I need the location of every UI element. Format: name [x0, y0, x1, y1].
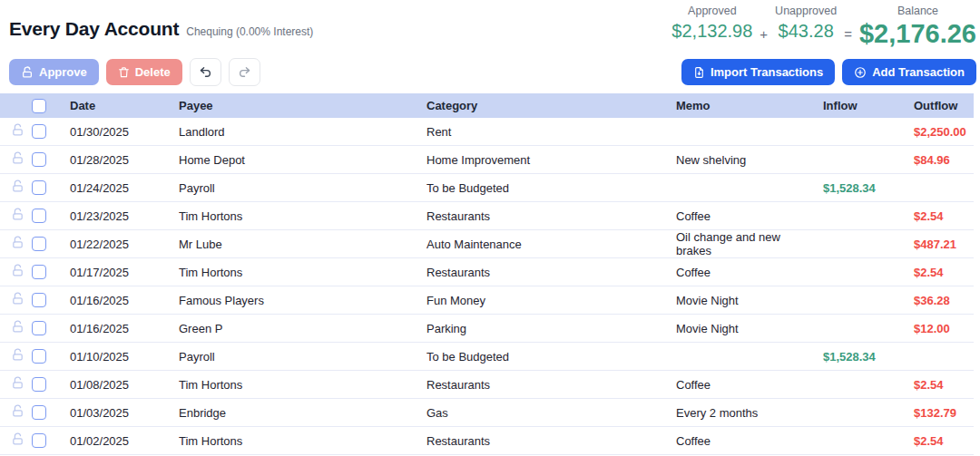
- cell-inflow[interactable]: $1,528.34: [812, 350, 914, 364]
- transaction-row[interactable]: 01/03/2025 Enbridge Gas Every 2 months $…: [0, 399, 974, 427]
- cell-payee[interactable]: Home Depot: [179, 153, 426, 167]
- row-checkbox[interactable]: [32, 433, 46, 448]
- transaction-row[interactable]: 01/08/2025 Tim Hortons Restaurants Coffe…: [0, 371, 974, 399]
- unlock-icon[interactable]: [11, 123, 24, 140]
- transaction-row[interactable]: 01/23/2025 Tim Hortons Restaurants Coffe…: [0, 202, 974, 230]
- cell-payee[interactable]: Tim Hortons: [179, 378, 426, 392]
- cell-payee[interactable]: Payroll: [179, 181, 426, 195]
- add-transaction-button[interactable]: Add Transaction: [842, 59, 976, 85]
- cell-category[interactable]: Restaurants: [426, 434, 676, 448]
- cell-date[interactable]: 01/30/2025: [70, 125, 179, 139]
- cell-date[interactable]: 01/28/2025: [70, 153, 179, 167]
- cell-payee[interactable]: Tim Hortons: [179, 266, 426, 279]
- transaction-row[interactable]: 01/28/2025 Home Depot Home Improvement N…: [0, 146, 974, 174]
- row-checkbox[interactable]: [32, 237, 46, 251]
- transaction-row[interactable]: 01/22/2025 Mr Lube Auto Maintenance Oil …: [0, 230, 974, 258]
- row-checkbox[interactable]: [32, 209, 46, 223]
- cell-memo[interactable]: Movie Night: [676, 294, 812, 307]
- unlock-icon[interactable]: [11, 404, 24, 421]
- cell-date[interactable]: 01/22/2025: [70, 238, 179, 251]
- cell-date[interactable]: 01/03/2025: [70, 406, 179, 420]
- import-transactions-button[interactable]: Import Transactions: [681, 59, 835, 85]
- cell-payee[interactable]: Mr Lube: [179, 238, 426, 251]
- cell-outflow[interactable]: $2.54: [914, 434, 974, 448]
- cell-date[interactable]: 01/17/2025: [70, 266, 179, 279]
- cell-outflow[interactable]: $2.54: [914, 378, 974, 392]
- cell-memo[interactable]: Coffee: [676, 434, 812, 448]
- row-checkbox[interactable]: [32, 293, 46, 307]
- cell-memo[interactable]: Movie Night: [676, 322, 812, 335]
- cell-date[interactable]: 01/23/2025: [70, 209, 179, 223]
- cell-category[interactable]: Home Improvement: [426, 153, 676, 167]
- cell-category[interactable]: Gas: [426, 406, 676, 420]
- cell-outflow[interactable]: $84.96: [914, 153, 974, 167]
- cell-outflow[interactable]: $2.54: [914, 266, 974, 279]
- cell-category[interactable]: To be Budgeted: [426, 350, 676, 364]
- row-checkbox[interactable]: [32, 377, 46, 392]
- cell-date[interactable]: 01/16/2025: [70, 294, 179, 307]
- unlock-icon[interactable]: [11, 264, 24, 280]
- unlock-icon[interactable]: [11, 432, 24, 449]
- redo-button[interactable]: [229, 58, 260, 86]
- unlock-icon[interactable]: [11, 292, 24, 308]
- row-checkbox[interactable]: [32, 321, 46, 335]
- transaction-row[interactable]: 01/24/2025 Payroll To be Budgeted $1,528…: [0, 174, 974, 202]
- unlock-icon[interactable]: [11, 179, 24, 196]
- cell-memo[interactable]: Coffee: [676, 266, 812, 279]
- cell-memo[interactable]: Coffee: [676, 378, 812, 392]
- cell-outflow[interactable]: $132.79: [914, 406, 974, 420]
- cell-date[interactable]: 01/24/2025: [70, 181, 179, 195]
- cell-payee[interactable]: Famous Players: [179, 294, 426, 307]
- cell-category[interactable]: Auto Maintenance: [426, 238, 676, 251]
- cell-date[interactable]: 01/02/2025: [70, 434, 179, 448]
- row-checkbox[interactable]: [32, 180, 46, 195]
- row-checkbox[interactable]: [32, 152, 46, 167]
- cell-payee[interactable]: Green P: [179, 322, 426, 335]
- unlock-icon[interactable]: [11, 348, 24, 364]
- cell-payee[interactable]: Tim Hortons: [179, 434, 426, 448]
- approve-button[interactable]: Approve: [9, 59, 99, 85]
- unlock-icon[interactable]: [11, 236, 24, 252]
- cell-payee[interactable]: Tim Hortons: [179, 209, 426, 223]
- unlock-icon[interactable]: [11, 320, 24, 336]
- unlock-icon[interactable]: [11, 376, 24, 393]
- row-checkbox[interactable]: [32, 349, 46, 364]
- cell-memo[interactable]: Every 2 months: [676, 406, 812, 420]
- row-checkbox[interactable]: [32, 265, 46, 279]
- cell-date[interactable]: 01/08/2025: [70, 378, 179, 392]
- transaction-row[interactable]: 01/16/2025 Green P Parking Movie Night $…: [0, 315, 974, 343]
- undo-button[interactable]: [190, 58, 221, 86]
- transaction-row[interactable]: 01/10/2025 Payroll To be Budgeted $1,528…: [0, 343, 974, 371]
- cell-memo[interactable]: Coffee: [676, 209, 812, 223]
- cell-payee[interactable]: Landlord: [179, 125, 426, 139]
- row-checkbox[interactable]: [32, 124, 46, 139]
- cell-date[interactable]: 01/10/2025: [70, 350, 179, 364]
- transaction-row[interactable]: 01/02/2025 Tim Hortons Restaurants Coffe…: [0, 427, 974, 455]
- transaction-row[interactable]: 01/30/2025 Landlord Rent $2,250.00: [0, 118, 974, 146]
- cell-payee[interactable]: Payroll: [179, 350, 426, 364]
- cell-date[interactable]: 01/16/2025: [70, 322, 179, 335]
- cell-inflow[interactable]: $1,528.34: [812, 181, 914, 195]
- cell-outflow[interactable]: $36.28: [914, 294, 974, 307]
- row-checkbox[interactable]: [32, 405, 46, 420]
- cell-category[interactable]: Restaurants: [426, 266, 676, 279]
- unlock-icon[interactable]: [11, 208, 24, 224]
- delete-button[interactable]: Delete: [106, 59, 182, 85]
- cell-category[interactable]: Restaurants: [426, 209, 676, 223]
- cell-memo[interactable]: Oil change and new brakes: [676, 230, 812, 257]
- cell-category[interactable]: Rent: [426, 125, 676, 139]
- unlock-icon[interactable]: [11, 151, 24, 168]
- transaction-row[interactable]: 01/17/2025 Tim Hortons Restaurants Coffe…: [0, 258, 974, 286]
- select-all-checkbox[interactable]: [32, 99, 46, 113]
- cell-outflow[interactable]: $2,250.00: [914, 125, 974, 139]
- cell-category[interactable]: To be Budgeted: [426, 181, 676, 195]
- transaction-row[interactable]: 01/16/2025 Famous Players Fun Money Movi…: [0, 286, 974, 315]
- cell-outflow[interactable]: $12.00: [914, 322, 974, 335]
- cell-category[interactable]: Parking: [426, 322, 676, 335]
- cell-outflow[interactable]: $487.21: [914, 238, 974, 251]
- cell-payee[interactable]: Enbridge: [179, 406, 426, 420]
- cell-category[interactable]: Fun Money: [426, 294, 676, 307]
- cell-memo[interactable]: New shelving: [676, 153, 812, 167]
- cell-outflow[interactable]: $2.54: [914, 209, 974, 223]
- cell-category[interactable]: Restaurants: [426, 378, 676, 392]
